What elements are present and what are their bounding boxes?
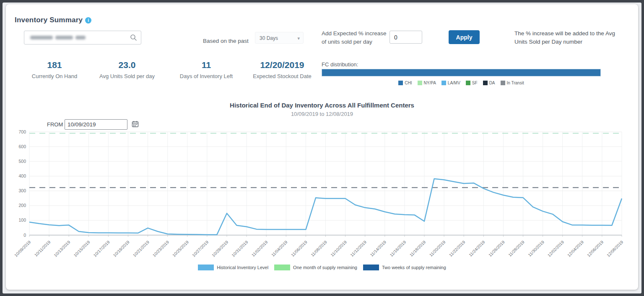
legend-label: One month of supply remaining — [293, 265, 357, 270]
legend-swatch — [363, 265, 379, 270]
svg-text:10/09/2019: 10/09/2019 — [14, 239, 32, 257]
svg-text:12/08/2019: 12/08/2019 — [606, 239, 624, 257]
legend-label: NY/PA — [424, 81, 436, 85]
increase-note-line2: Units Sold per Day number — [514, 38, 616, 46]
svg-text:12/04/2019: 12/04/2019 — [566, 239, 584, 257]
svg-text:11/26/2019: 11/26/2019 — [488, 239, 506, 257]
svg-text:200: 200 — [18, 203, 26, 208]
svg-text:11/08/2019: 11/08/2019 — [310, 239, 328, 257]
legend-swatch — [398, 81, 403, 85]
page-title-text: Inventory Summary — [15, 16, 83, 24]
fc-legend-item: In Transit — [501, 81, 524, 85]
legend-swatch — [418, 81, 422, 85]
legend-swatch — [198, 265, 214, 270]
fc-legend-item: DA — [483, 81, 495, 85]
stat-value: 12/20/2019 — [242, 60, 322, 70]
stat-currently-on-hand: 181 Currently On Hand — [15, 60, 94, 79]
fc-legend-item: NY/PA — [418, 81, 436, 85]
svg-text:300: 300 — [18, 188, 26, 193]
legend-label: Historical Inventory Level — [217, 265, 268, 270]
svg-text:600: 600 — [18, 144, 26, 149]
svg-text:10/13/2019: 10/13/2019 — [53, 239, 71, 257]
svg-text:0: 0 — [23, 233, 26, 238]
fc-legend-item: SF — [466, 81, 478, 85]
svg-text:11/18/2019: 11/18/2019 — [409, 239, 427, 257]
svg-text:10/23/2019: 10/23/2019 — [152, 239, 170, 257]
legend-label: CHI — [405, 81, 412, 85]
legend-swatch — [483, 81, 488, 85]
increase-note-line1: The % increase will be added to the Avg — [514, 29, 616, 38]
chart-subtitle: 10/09/2019 to 12/08/2019 — [6, 111, 638, 117]
chart-legend-item: One month of supply remaining — [274, 265, 357, 270]
chart-title: Historical End of Day Inventory Across A… — [6, 102, 638, 109]
period-select-value: 30 Days — [260, 35, 278, 41]
fc-distribution-legend: CHINY/PALA/MVSFDAIn Transit — [322, 81, 601, 85]
product-search-box — [24, 31, 141, 45]
svg-text:10/21/2019: 10/21/2019 — [132, 239, 150, 257]
caret-down-icon: ▾ — [297, 32, 300, 44]
apply-button[interactable]: Apply — [449, 30, 480, 44]
svg-text:11/06/2019: 11/06/2019 — [290, 239, 308, 257]
search-input[interactable] — [24, 31, 141, 44]
svg-text:12/06/2019: 12/06/2019 — [586, 239, 604, 257]
svg-text:400: 400 — [18, 173, 26, 178]
fc-legend-item: CHI — [398, 81, 412, 85]
search-icon[interactable] — [130, 34, 137, 43]
svg-text:11/28/2019: 11/28/2019 — [507, 239, 525, 257]
increase-percent-input[interactable] — [390, 31, 422, 44]
period-select[interactable]: 30 Days ▾ — [255, 32, 304, 44]
legend-label: In Transit — [507, 81, 524, 85]
increase-label-line2: of units sold per day — [322, 38, 387, 46]
stat-value: 23.0 — [87, 60, 167, 70]
legend-swatch — [466, 81, 470, 85]
svg-text:11/24/2019: 11/24/2019 — [468, 239, 486, 257]
stat-days-inventory-left: 11 Days of Inventory Left — [166, 60, 246, 79]
fc-distribution-bar — [322, 69, 601, 76]
stat-label: Days of Inventory Left — [166, 73, 246, 79]
increase-label: Add Expected % increase of units sold pe… — [322, 29, 387, 46]
legend-label: LA/MV — [448, 81, 460, 85]
svg-text:700: 700 — [18, 129, 26, 134]
svg-text:10/27/2019: 10/27/2019 — [191, 239, 209, 257]
stat-avg-units-sold: 23.0 Avg Units Sold per day — [87, 60, 167, 79]
line-chart-svg: 10/09/201910/11/201910/13/201910/15/2019… — [14, 128, 634, 269]
inventory-history-chart: 10/09/201910/11/201910/13/201910/15/2019… — [14, 128, 634, 269]
svg-text:10/19/2019: 10/19/2019 — [112, 239, 130, 257]
page-title: Inventory Summaryi — [15, 16, 91, 24]
increase-label-line1: Add Expected % increase — [322, 29, 387, 38]
svg-text:11/22/2019: 11/22/2019 — [448, 239, 466, 257]
legend-label: Two weeks of supply remaining — [382, 265, 446, 270]
chart-legend-item: Two weeks of supply remaining — [363, 265, 446, 270]
legend-swatch — [501, 81, 505, 85]
svg-text:11/30/2019: 11/30/2019 — [527, 239, 545, 257]
svg-text:10/29/2019: 10/29/2019 — [211, 239, 229, 257]
chart-legend: Historical Inventory LevelOne month of s… — [6, 265, 638, 270]
svg-text:11/02/2019: 11/02/2019 — [251, 239, 269, 257]
stat-expected-stockout-date: 12/20/2019 Expected Stockout Date — [242, 60, 322, 79]
stat-value: 11 — [166, 60, 246, 70]
legend-label: SF — [472, 81, 478, 85]
based-on-past-label: Based on the past — [203, 38, 249, 44]
stat-value: 181 — [15, 60, 94, 70]
stat-label: Currently On Hand — [15, 73, 94, 79]
svg-text:11/20/2019: 11/20/2019 — [428, 239, 447, 257]
svg-text:11/14/2019: 11/14/2019 — [369, 239, 387, 257]
info-icon[interactable]: i — [85, 17, 91, 24]
svg-text:500: 500 — [18, 159, 26, 164]
fc-legend-item: LA/MV — [441, 81, 460, 85]
fc-distribution-bar-fill — [322, 69, 600, 76]
svg-text:10/15/2019: 10/15/2019 — [73, 239, 91, 257]
svg-text:10/31/2019: 10/31/2019 — [231, 239, 249, 257]
svg-text:10/25/2019: 10/25/2019 — [171, 239, 190, 257]
svg-text:11/04/2019: 11/04/2019 — [270, 239, 288, 257]
stat-label: Expected Stockout Date — [242, 73, 322, 79]
legend-label: DA — [489, 81, 495, 85]
svg-text:10/11/2019: 10/11/2019 — [34, 239, 52, 257]
svg-text:11/10/2019: 11/10/2019 — [330, 239, 348, 257]
svg-text:11/16/2019: 11/16/2019 — [389, 239, 407, 257]
stat-label: Avg Units Sold per day — [87, 73, 167, 79]
svg-text:11/12/2019: 11/12/2019 — [349, 239, 367, 257]
inventory-summary-panel: Inventory Summaryi Based on the past 30 … — [6, 4, 638, 290]
chart-legend-item: Historical Inventory Level — [198, 265, 268, 270]
svg-text:10/17/2019: 10/17/2019 — [93, 239, 111, 257]
